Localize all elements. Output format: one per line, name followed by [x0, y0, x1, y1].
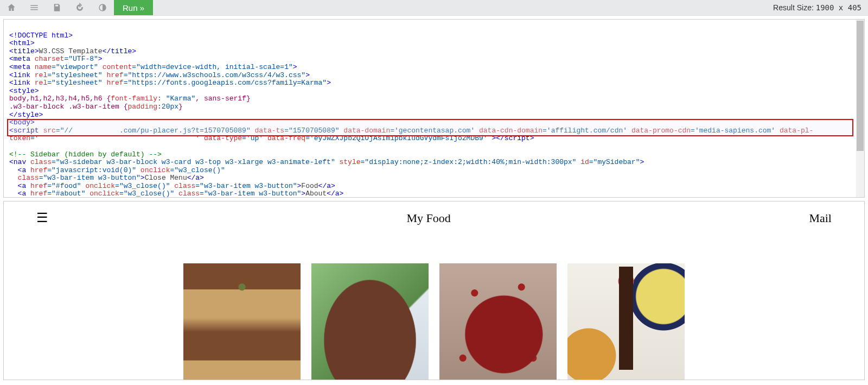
run-button[interactable]: Run »	[114, 0, 153, 15]
preview-header: ☰ My Food Mail	[4, 201, 864, 225]
theme-icon[interactable]	[91, 0, 114, 15]
editor-scrollbar[interactable]	[856, 20, 864, 197]
result-preview: ☰ My Food Mail	[3, 201, 865, 380]
mail-link[interactable]: Mail	[809, 211, 832, 225]
scroll-thumb[interactable]	[857, 21, 864, 151]
image-gallery	[4, 263, 864, 380]
home-icon[interactable]	[0, 0, 23, 15]
rotate-icon[interactable]	[68, 0, 91, 15]
food-image-wine[interactable]	[567, 263, 685, 380]
result-size-prefix: Result Size:	[773, 3, 814, 12]
menu-icon[interactable]	[23, 0, 46, 15]
result-size-value: 1900 x 405	[816, 3, 861, 12]
hamburger-icon[interactable]: ☰	[36, 211, 48, 225]
toolbar: Run » Result Size: 1900 x 405	[0, 0, 868, 16]
code-editor[interactable]: <!DOCTYPE html> <html> <title>W3.CSS Tem…	[3, 19, 865, 198]
code-content: <!DOCTYPE html> <html> <title>W3.CSS Tem…	[4, 20, 864, 197]
result-size-label: Result Size: 1900 x 405	[773, 3, 868, 12]
food-image-cherries[interactable]	[439, 263, 557, 380]
food-image-sandwich[interactable]	[183, 263, 301, 380]
page-title: My Food	[407, 211, 451, 225]
food-image-steak[interactable]	[311, 263, 429, 380]
save-icon[interactable]	[46, 0, 68, 15]
toolbar-left: Run »	[0, 0, 153, 15]
